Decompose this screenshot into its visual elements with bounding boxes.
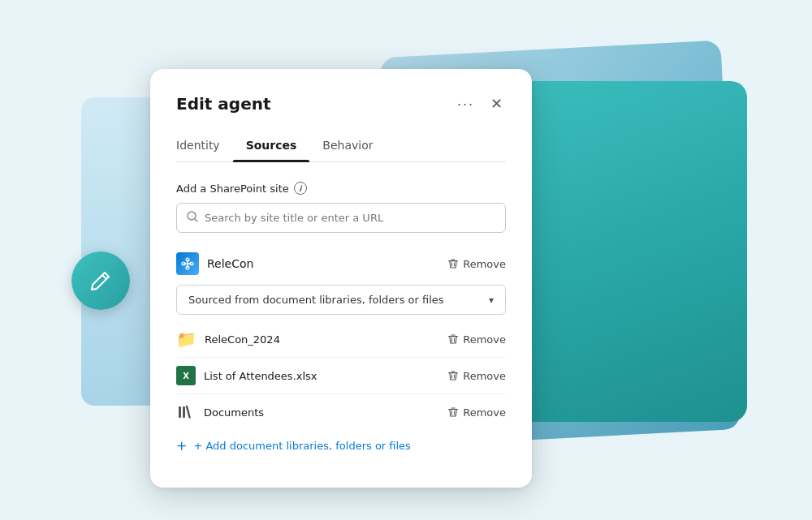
site-icon <box>176 252 199 275</box>
pencil-circle <box>71 251 130 310</box>
file-item-excel: X List of Attendees.xlsx Remove <box>176 358 506 394</box>
site-item-relecon: ReleCon Remove <box>176 246 506 281</box>
add-icon: + <box>176 438 187 453</box>
file-list: 📁 ReleCon_2024 Remove X List of Attendee… <box>176 321 506 430</box>
file-item-folder: 📁 ReleCon_2024 Remove <box>176 321 506 358</box>
dropdown-label: Sourced from document libraries, folders… <box>188 294 444 306</box>
tabs-container: Identity Sources Behavior <box>176 132 506 162</box>
site-name: ReleCon <box>207 257 253 270</box>
dialog-title: Edit agent <box>176 94 271 114</box>
chevron-down-icon: ▾ <box>489 294 494 306</box>
add-libraries-link[interactable]: + + Add document libraries, folders or f… <box>176 430 506 462</box>
search-icon <box>187 210 198 226</box>
tab-behavior[interactable]: Behavior <box>309 132 386 161</box>
trash-icon <box>447 333 459 345</box>
remove-site-button[interactable]: Remove <box>447 258 506 270</box>
site-item-left: ReleCon <box>176 252 253 275</box>
section-label: Add a SharePoint site i <box>176 182 506 195</box>
close-button[interactable]: ✕ <box>487 92 506 116</box>
file-name-library: Documents <box>204 406 264 419</box>
svg-rect-18 <box>183 406 185 418</box>
edit-agent-dialog: Edit agent ··· ✕ Identity Sources Behavi… <box>150 69 532 488</box>
remove-folder-button[interactable]: Remove <box>447 333 506 346</box>
folder-icon: 📁 <box>176 329 197 349</box>
dialog-header: Edit agent ··· ✕ <box>176 92 506 116</box>
tab-sources[interactable]: Sources <box>233 132 310 161</box>
svg-line-1 <box>195 219 197 221</box>
dialog-actions: ··· ✕ <box>454 92 506 116</box>
trash-icon <box>447 258 459 269</box>
remove-library-button[interactable]: Remove <box>447 406 506 419</box>
remove-excel-button[interactable]: Remove <box>447 370 506 382</box>
more-options-button[interactable]: ··· <box>454 92 477 116</box>
add-label: + Add document libraries, folders or fil… <box>193 440 410 452</box>
svg-rect-17 <box>179 406 181 418</box>
trash-icon <box>447 370 459 381</box>
tab-identity[interactable]: Identity <box>176 132 233 161</box>
file-item-library: Documents Remove <box>176 394 506 430</box>
file-name-folder: ReleCon_2024 <box>205 333 280 346</box>
search-box[interactable] <box>176 203 506 233</box>
file-name-excel: List of Attendees.xlsx <box>204 370 317 382</box>
source-dropdown[interactable]: Sourced from document libraries, folders… <box>176 285 506 315</box>
search-input[interactable] <box>205 212 495 224</box>
excel-icon: X <box>176 366 196 385</box>
trash-icon <box>447 406 459 418</box>
library-icon <box>176 402 196 422</box>
info-icon[interactable]: i <box>294 182 307 195</box>
